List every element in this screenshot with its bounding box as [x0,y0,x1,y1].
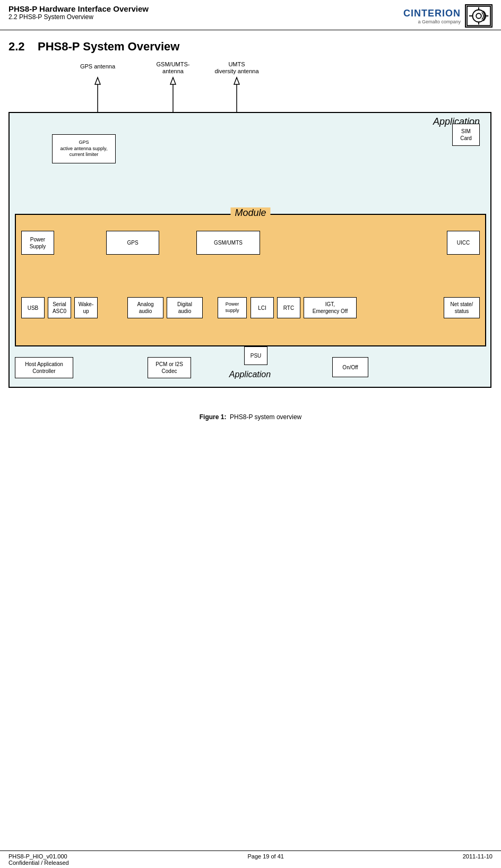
svg-text:antenna: antenna [162,68,184,74]
onoff-box: On/Off [332,357,368,377]
app-outer-box: Application GPS active antenna supply, c… [8,112,491,388]
module-box: Module Power Supply GPS GSM/UMTS UICC [15,214,486,346]
svg-text:GPS antenna: GPS antenna [80,63,116,70]
figure-caption: Figure 1: PHS8-P system overview [8,413,493,425]
doc-subtitle: 2.2 PHS8-P System Overview [8,13,149,21]
net-status-box: Net state/ status [444,297,480,318]
svg-marker-15 [170,77,176,84]
igt-box: IGT, Emergency Off [304,297,357,318]
sim-card-box: SIM Card [452,124,480,146]
svg-point-2 [476,13,481,19]
host-app-box: Host Application Controller [15,357,73,378]
serial-asc0-box: Serial ASC0 [48,297,71,318]
pcm-box: PCM or I2S Codec [148,357,191,378]
footer-right: 2011-11-10 [463,853,493,866]
svg-marker-13 [95,77,100,84]
logo-brand: CINTERION [403,8,461,19]
gsm-umts-box: GSM/UMTS [196,231,260,255]
power-supply-box: Power Supply [21,231,54,255]
doc-title: PHS8-P Hardware Interface Overview [8,4,149,13]
psu-box: PSU [244,346,267,365]
module-label: Module [230,207,270,219]
figure-label: Figure 1: [200,413,227,421]
section-title: 2.2 PHS8-P System Overview [0,30,501,59]
lci-box: LCI [250,297,274,318]
analog-audio-box: Analog audio [127,297,163,318]
gps-box: GPS [106,231,159,255]
page-footer: PHS8-P_HIO_v01.000 Confidential / Releas… [0,850,501,868]
app-bottom-label: Application [229,370,271,379]
logo-icon [465,4,493,28]
svg-text:GSM/UMTS-: GSM/UMTS- [157,61,190,67]
header-left: PHS8-P Hardware Interface Overview 2.2 P… [8,4,149,21]
logo-tagline: a Gemalto company [403,19,461,24]
svg-text:diversity antenna: diversity antenna [214,68,259,74]
diagram-area: GPS antenna GSM/UMTS- antenna UMTS diver… [0,59,501,425]
rtc-box: RTC [277,297,300,318]
uicc-box: UICC [447,231,480,255]
gps-antenna-box: GPS active antenna supply, current limit… [52,134,116,163]
wakeup-box: Wake- up [74,297,98,318]
svg-point-1 [472,10,485,22]
svg-marker-17 [234,77,239,84]
power-supply2-box: Power supply [218,297,247,318]
diagram-wrapper: GPS antenna GSM/UMTS- antenna UMTS diver… [8,59,493,409]
digital-audio-box: Digital audio [167,297,203,318]
footer-center: Page 19 of 41 [247,853,284,866]
usb-box: USB [21,297,45,318]
page-header: PHS8-P Hardware Interface Overview 2.2 P… [0,0,501,30]
figure-text: PHS8-P system overview [230,413,301,421]
header-right: CINTERION a Gemalto company [403,4,493,28]
footer-left: PHS8-P_HIO_v01.000 Confidential / Releas… [8,853,69,866]
svg-text:UMTS: UMTS [228,61,245,67]
